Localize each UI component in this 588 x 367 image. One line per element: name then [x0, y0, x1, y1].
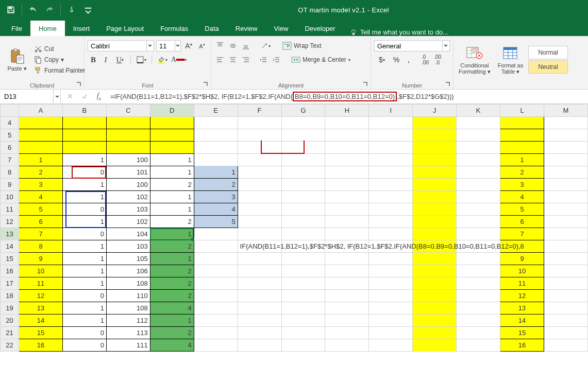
underline-button[interactable]: U ▾ [112, 54, 128, 65]
cell-J7[interactable] [413, 154, 457, 166]
border-button[interactable]: ▾ [133, 54, 149, 65]
cell-C13[interactable]: 104 [106, 228, 150, 240]
cell-D10[interactable]: 1 [150, 191, 194, 203]
cell-K21[interactable] [457, 327, 500, 339]
chevron-down-icon[interactable] [442, 41, 449, 51]
cell-C9[interactable]: 100 [106, 179, 150, 191]
cell-C7[interactable]: 100 [106, 154, 150, 166]
cell-F19[interactable] [238, 302, 281, 314]
cell-A19[interactable]: 13 [19, 302, 63, 314]
cell-M4[interactable] [544, 117, 587, 129]
cell-A20[interactable]: 14 [19, 314, 63, 327]
cell-A22[interactable]: 16 [19, 339, 63, 352]
cell-H13[interactable] [325, 228, 369, 240]
cell-A11[interactable]: 5 [19, 203, 63, 216]
cell-A15[interactable]: 9 [19, 253, 63, 265]
row-header-18[interactable]: 18 [1, 290, 19, 302]
cell-D19[interactable]: 4 [150, 302, 194, 314]
currency-button[interactable]: $ ▾ [374, 54, 390, 65]
cell-F4[interactable] [238, 117, 281, 129]
row-header-12[interactable]: 12 [1, 216, 19, 228]
cell-I13[interactable] [369, 228, 413, 240]
cell-D20[interactable]: 1 [150, 314, 194, 327]
cell-G21[interactable] [281, 327, 325, 339]
cell-J16[interactable] [413, 265, 457, 277]
cell-F18[interactable] [238, 290, 281, 302]
cell-B4[interactable] [62, 117, 106, 129]
cell-K18[interactable] [457, 290, 500, 302]
cell-M14[interactable] [544, 240, 587, 253]
cell-E11[interactable]: 4 [194, 203, 238, 216]
conditional-formatting-button[interactable]: Conditional Formatting ▾ [457, 43, 493, 76]
name-box[interactable] [0, 90, 61, 103]
cell-M13[interactable] [544, 228, 587, 240]
redo-icon[interactable] [43, 3, 56, 16]
cell-E12[interactable]: 5 [194, 216, 238, 228]
font-size-dropdown[interactable] [156, 40, 181, 51]
comma-style-button[interactable]: , [403, 54, 414, 65]
cell-I7[interactable] [369, 154, 413, 166]
formula-input[interactable]: =IF(AND(B11=1,B12=1),$F$2*$H$2, IF(B12=1… [108, 90, 588, 103]
cell-C10[interactable]: 102 [106, 191, 150, 203]
cell-A13[interactable]: 7 [19, 228, 63, 240]
cell-I15[interactable] [369, 253, 413, 265]
cell-D6[interactable] [150, 142, 194, 154]
row-header-11[interactable]: 11 [1, 203, 19, 216]
tab-pagelayout[interactable]: Page Layout [98, 21, 152, 36]
decrease-decimal-icon[interactable]: .00 .0 [432, 54, 443, 65]
cell-B11[interactable]: 0 [62, 203, 106, 216]
cell-L19[interactable]: 13 [500, 302, 544, 314]
increase-font-icon[interactable]: A▴ [183, 40, 194, 51]
cell-L7[interactable]: 1 [500, 154, 544, 166]
cell-G4[interactable] [281, 117, 325, 129]
cell-L4[interactable] [500, 117, 544, 129]
clipboard-launcher[interactable] [76, 81, 82, 88]
font-name-dropdown[interactable] [88, 40, 154, 51]
increase-indent-icon[interactable] [271, 54, 282, 65]
cell-H4[interactable] [325, 117, 369, 129]
align-left-icon[interactable] [214, 54, 226, 65]
cell-A8[interactable]: 2 [19, 166, 63, 179]
italic-button[interactable]: I [100, 54, 111, 65]
chevron-down-icon[interactable] [175, 41, 180, 51]
cell-M18[interactable] [544, 290, 587, 302]
cell-L20[interactable]: 14 [500, 314, 544, 327]
cell-F16[interactable] [238, 265, 281, 277]
cell-J4[interactable] [413, 117, 457, 129]
cell-F15[interactable] [238, 253, 281, 265]
cell-C12[interactable]: 102 [106, 216, 150, 228]
cell-E14[interactable] [194, 240, 238, 253]
cell-M11[interactable] [544, 203, 587, 216]
font-size-input[interactable] [157, 41, 175, 51]
cell-E22[interactable] [194, 339, 238, 352]
cell-J5[interactable] [413, 129, 457, 142]
alignment-launcher[interactable] [362, 81, 369, 88]
cell-J8[interactable] [413, 166, 457, 179]
cell-G15[interactable] [281, 253, 325, 265]
row-header-15[interactable]: 15 [1, 253, 19, 265]
cell-I9[interactable] [369, 179, 413, 191]
col-header-A[interactable]: A [19, 104, 63, 117]
cell-G12[interactable] [281, 216, 325, 228]
cell-H18[interactable] [325, 290, 369, 302]
cell-A6[interactable] [19, 142, 63, 154]
cell-H19[interactable] [325, 302, 369, 314]
cell-D7[interactable]: 1 [150, 154, 194, 166]
cell-A12[interactable]: 6 [19, 216, 63, 228]
cell-L11[interactable]: 5 [500, 203, 544, 216]
cell-H8[interactable] [325, 166, 369, 179]
cell-H16[interactable] [325, 265, 369, 277]
col-header-I[interactable]: I [369, 104, 413, 117]
cell-I16[interactable] [369, 265, 413, 277]
merge-center-button[interactable]: Merge & Center ▾ [291, 56, 350, 64]
cell-H21[interactable] [325, 327, 369, 339]
cell-E16[interactable] [194, 265, 238, 277]
select-all-corner[interactable] [1, 104, 19, 117]
tab-insert[interactable]: Insert [65, 21, 98, 36]
number-format-dropdown[interactable] [374, 40, 450, 51]
cell-B13[interactable]: 0 [62, 228, 106, 240]
cell-K15[interactable] [457, 253, 500, 265]
cell-G10[interactable] [281, 191, 325, 203]
cell-F7[interactable] [238, 154, 281, 166]
row-header-4[interactable]: 4 [1, 117, 19, 129]
